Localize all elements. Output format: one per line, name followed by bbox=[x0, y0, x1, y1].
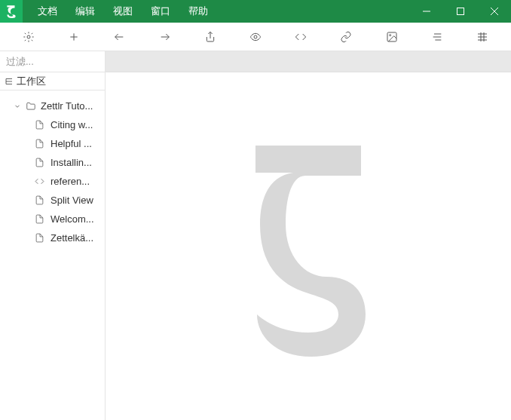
file-tree: Zettlr Tuto... Citing w...Helpful ...Ins… bbox=[0, 90, 105, 253]
preview-button[interactable] bbox=[233, 23, 278, 51]
arrow-right-icon bbox=[159, 31, 171, 43]
zettlr-watermark-icon bbox=[233, 133, 384, 360]
arrow-left-icon bbox=[113, 31, 125, 43]
tree-file[interactable]: Helpful ... bbox=[0, 134, 105, 153]
editor-empty-state bbox=[106, 72, 511, 420]
svg-point-4 bbox=[27, 35, 30, 38]
code-button[interactable] bbox=[278, 23, 323, 51]
window-controls bbox=[409, 0, 511, 23]
gear-icon bbox=[23, 31, 35, 43]
menu-help[interactable]: 帮助 bbox=[179, 0, 217, 23]
file-icon bbox=[35, 158, 44, 167]
link-icon bbox=[340, 31, 352, 43]
svg-point-10 bbox=[254, 35, 257, 38]
close-button[interactable] bbox=[477, 0, 511, 23]
menu-file[interactable]: 文档 bbox=[29, 0, 66, 23]
forward-button[interactable] bbox=[142, 23, 188, 51]
app-logo bbox=[0, 0, 23, 23]
maximize-button[interactable] bbox=[443, 0, 477, 23]
workspace-header[interactable]: 工作区 bbox=[0, 72, 105, 90]
filter-input[interactable] bbox=[6, 56, 99, 67]
code-icon bbox=[295, 31, 307, 43]
workspace-label: 工作区 bbox=[17, 75, 46, 88]
share-icon bbox=[204, 31, 216, 43]
menu-bar: 文档 编辑 视图 窗口 帮助 bbox=[23, 0, 409, 23]
chevron-down-icon bbox=[14, 103, 21, 110]
tree-file[interactable]: Welcom... bbox=[0, 210, 105, 228]
image-icon bbox=[386, 31, 398, 43]
filter-box bbox=[0, 51, 105, 72]
tree-file[interactable]: Split View bbox=[0, 191, 105, 210]
tree-file-label: Helpful ... bbox=[50, 138, 92, 149]
svg-point-12 bbox=[389, 34, 390, 35]
plus-icon bbox=[68, 31, 80, 43]
tree-file-label: Zettelkä... bbox=[50, 232, 93, 244]
svg-rect-1 bbox=[457, 8, 464, 15]
menu-window[interactable]: 窗口 bbox=[142, 0, 179, 23]
folder-icon bbox=[26, 101, 36, 112]
list-button[interactable] bbox=[415, 23, 460, 51]
tree-file-label: Welcom... bbox=[50, 213, 94, 225]
link-button[interactable] bbox=[323, 23, 369, 51]
titlebar: 文档 编辑 视图 窗口 帮助 bbox=[0, 0, 511, 23]
tree-file-label: referen... bbox=[50, 176, 90, 187]
file-icon bbox=[35, 214, 44, 224]
export-button[interactable] bbox=[188, 23, 233, 51]
menu-view[interactable]: 视图 bbox=[104, 0, 142, 23]
tree-file[interactable]: Citing w... bbox=[0, 115, 105, 134]
eye-icon bbox=[249, 31, 262, 43]
file-icon bbox=[35, 195, 44, 205]
tree-file[interactable]: Installin... bbox=[0, 153, 105, 172]
tree-folder-label: Zettlr Tuto... bbox=[41, 100, 93, 112]
table-button[interactable] bbox=[460, 23, 505, 51]
file-icon bbox=[35, 233, 44, 243]
file-icon bbox=[35, 139, 44, 149]
tree-file-label: Citing w... bbox=[50, 119, 93, 130]
back-button[interactable] bbox=[96, 23, 142, 51]
new-button[interactable] bbox=[51, 23, 96, 51]
toolbar bbox=[0, 23, 511, 51]
tab-strip[interactable] bbox=[106, 51, 511, 72]
menu-edit[interactable]: 编辑 bbox=[66, 0, 104, 23]
code-icon bbox=[35, 176, 44, 186]
main-area bbox=[106, 51, 511, 420]
image-button[interactable] bbox=[369, 23, 415, 51]
tree-folder[interactable]: Zettlr Tuto... bbox=[0, 97, 105, 115]
sidebar: 工作区 Zettlr Tuto... Citing w...Helpful ..… bbox=[0, 51, 106, 420]
file-icon bbox=[35, 120, 44, 130]
list-icon bbox=[431, 31, 443, 43]
tree-file[interactable]: Zettelkä... bbox=[0, 228, 105, 247]
tree-file-label: Installin... bbox=[50, 157, 92, 168]
table-icon bbox=[476, 31, 488, 43]
minimize-button[interactable] bbox=[409, 0, 443, 23]
settings-button[interactable] bbox=[6, 23, 51, 51]
tree-icon bbox=[5, 77, 14, 86]
tree-file[interactable]: referen... bbox=[0, 172, 105, 191]
tree-file-label: Split View bbox=[50, 195, 93, 206]
